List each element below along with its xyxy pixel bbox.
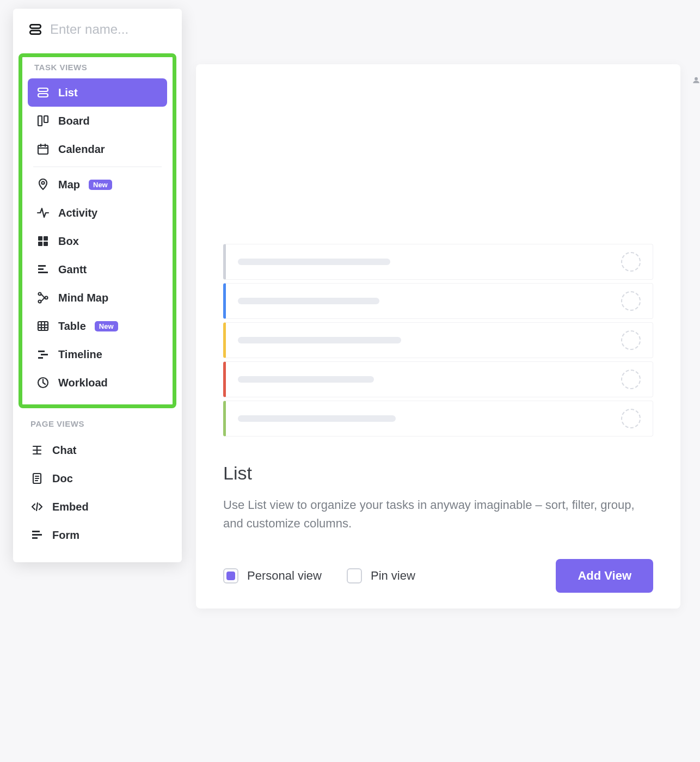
pin-view-label: Pin view <box>371 569 415 583</box>
new-badge: New <box>95 321 118 331</box>
page-view-label: Doc <box>52 472 73 485</box>
list-icon <box>28 22 42 36</box>
task-view-item-map[interactable]: MapNew <box>28 170 167 199</box>
svg-rect-29 <box>38 357 43 359</box>
personal-view-checkbox[interactable]: Personal view <box>223 568 322 583</box>
svg-rect-15 <box>44 242 48 246</box>
page-view-item-doc[interactable]: Doc <box>25 464 170 493</box>
svg-rect-2 <box>30 30 41 34</box>
personal-view-label: Personal view <box>247 569 322 583</box>
task-view-item-activity[interactable]: Activity <box>28 199 167 227</box>
list-skeleton-preview <box>223 244 653 437</box>
svg-rect-5 <box>38 116 42 126</box>
task-view-item-timeline[interactable]: Timeline <box>28 340 167 368</box>
timeline-icon <box>36 348 50 361</box>
svg-rect-16 <box>38 265 46 267</box>
page-view-item-chat[interactable]: Chat <box>25 436 170 464</box>
svg-rect-42 <box>32 537 38 539</box>
task-views-highlight: TASK VIEWS ListBoardCalendarMapNewActivi… <box>19 53 176 408</box>
skeleton-bar <box>238 415 396 422</box>
doc-icon <box>30 472 44 485</box>
activity-icon <box>36 206 50 219</box>
svg-rect-3 <box>38 88 48 91</box>
skeleton-bar <box>238 337 401 343</box>
task-view-label: Timeline <box>58 348 102 361</box>
calendar-icon <box>36 143 50 156</box>
table-icon <box>36 319 50 333</box>
task-view-item-mind-map[interactable]: Mind Map <box>28 284 167 312</box>
svg-rect-13 <box>44 236 48 241</box>
view-picker-panel: TASK VIEWS ListBoardCalendarMapNewActivi… <box>13 9 182 562</box>
task-view-label: Workload <box>58 377 108 389</box>
add-view-button[interactable]: Add View <box>556 559 653 593</box>
preview-description: Use List view to organize your tasks in … <box>223 496 653 533</box>
view-preview-panel: List Use List view to organize your task… <box>196 64 680 609</box>
skeleton-assignee-circle <box>621 370 641 389</box>
task-view-label: Box <box>58 235 79 248</box>
page-view-label: Embed <box>52 501 89 513</box>
skeleton-assignee-circle <box>621 291 641 311</box>
box-icon <box>36 235 50 248</box>
task-view-label: List <box>58 87 78 99</box>
svg-rect-12 <box>38 236 42 241</box>
svg-rect-22 <box>38 322 48 330</box>
view-name-input[interactable] <box>50 22 159 37</box>
task-view-item-gantt[interactable]: Gantt <box>28 255 167 284</box>
map-icon <box>36 178 50 191</box>
workload-icon <box>36 376 50 389</box>
svg-rect-4 <box>38 94 48 97</box>
task-view-item-list[interactable]: List <box>28 78 167 107</box>
skeleton-row <box>223 244 653 280</box>
skeleton-row <box>223 361 653 397</box>
svg-rect-7 <box>38 145 48 154</box>
svg-rect-17 <box>38 268 44 270</box>
task-views-section-label: TASK VIEWS <box>28 63 167 78</box>
page-views-section-label: PAGE VIEWS <box>25 416 170 436</box>
page-view-item-form[interactable]: Form <box>25 521 170 549</box>
preview-title: List <box>223 463 653 484</box>
skeleton-row <box>223 322 653 358</box>
skeleton-assignee-circle <box>621 409 641 428</box>
task-view-label: Mind Map <box>58 292 108 304</box>
chat-icon <box>30 444 44 457</box>
task-view-label: Board <box>58 115 90 127</box>
svg-point-0 <box>695 77 698 81</box>
svg-rect-41 <box>32 534 42 536</box>
task-view-label: Activity <box>58 207 97 219</box>
task-view-label: Gantt <box>58 263 87 276</box>
new-badge: New <box>89 180 112 190</box>
task-view-label: Calendar <box>58 143 105 156</box>
skeleton-row <box>223 283 653 319</box>
mind-map-icon <box>36 291 50 304</box>
svg-rect-27 <box>38 351 45 352</box>
skeleton-bar <box>238 259 390 265</box>
skeleton-bar <box>238 298 379 304</box>
svg-point-11 <box>42 182 45 185</box>
task-view-label: Table <box>58 320 86 333</box>
page-view-label: Chat <box>52 444 76 457</box>
list-icon <box>36 86 50 99</box>
svg-line-39 <box>36 503 38 511</box>
name-input-row <box>13 22 182 50</box>
pin-view-checkbox[interactable]: Pin view <box>347 568 415 583</box>
page-view-item-embed[interactable]: Embed <box>25 493 170 521</box>
embed-icon <box>30 500 44 513</box>
skeleton-assignee-circle <box>621 330 641 350</box>
svg-rect-14 <box>38 242 42 246</box>
task-view-item-box[interactable]: Box <box>28 227 167 255</box>
form-icon <box>30 529 44 542</box>
svg-rect-40 <box>32 531 40 532</box>
task-view-item-board[interactable]: Board <box>28 107 167 135</box>
task-view-item-calendar[interactable]: Calendar <box>28 135 167 163</box>
task-view-item-workload[interactable]: Workload <box>28 368 167 397</box>
skeleton-row <box>223 401 653 437</box>
skeleton-bar <box>238 376 374 383</box>
preview-options-row: Personal view Pin view Add View <box>223 559 653 593</box>
skeleton-assignee-circle <box>621 252 641 272</box>
divider <box>33 167 162 167</box>
user-icon <box>692 76 700 87</box>
task-view-item-table[interactable]: TableNew <box>28 312 167 340</box>
page-view-label: Form <box>52 529 79 542</box>
task-view-label: Map <box>58 179 80 191</box>
gantt-icon <box>36 263 50 276</box>
